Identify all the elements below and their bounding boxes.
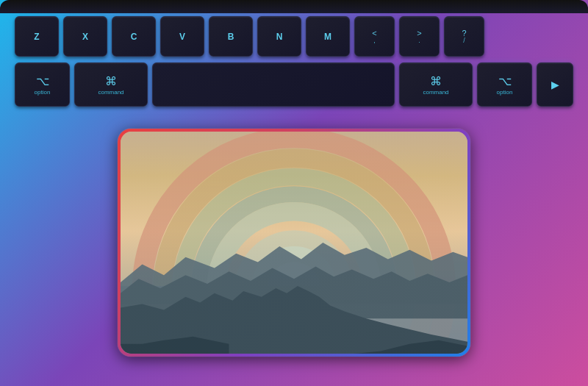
key-option-right[interactable]: ⌥ option: [477, 62, 532, 107]
trackpad-wallpaper: [121, 132, 467, 354]
key-option-left[interactable]: ⌥ option: [15, 62, 70, 107]
key-command-left[interactable]: ⌘ command: [74, 62, 148, 107]
key-question-slash[interactable]: ? /: [444, 16, 484, 57]
key-lt-comma[interactable]: < ,: [354, 16, 395, 57]
letter-key-row: Z X C V B N M < , > . ? /: [15, 16, 573, 57]
key-command-right[interactable]: ⌘ command: [399, 62, 473, 107]
keyboard-area: Z X C V B N M < , > . ? /: [0, 0, 588, 386]
modifier-key-row: ⌥ option ⌘ command ⌘ command ⌥ option ▶: [15, 62, 573, 107]
key-c[interactable]: C: [112, 16, 156, 57]
keyboard-top-strip: [0, 0, 588, 13]
key-spacebar[interactable]: [152, 62, 395, 107]
key-n[interactable]: N: [257, 16, 301, 57]
trackpad-wrapper[interactable]: [118, 129, 470, 357]
key-arrow-right[interactable]: ▶: [537, 62, 573, 107]
key-v[interactable]: V: [160, 16, 204, 57]
key-z[interactable]: Z: [15, 16, 59, 57]
svg-rect-15: [121, 132, 467, 354]
key-m[interactable]: M: [306, 16, 350, 57]
key-gt-period[interactable]: > .: [399, 16, 440, 57]
key-x[interactable]: X: [63, 16, 107, 57]
key-b[interactable]: B: [209, 16, 253, 57]
trackpad[interactable]: [121, 132, 467, 354]
